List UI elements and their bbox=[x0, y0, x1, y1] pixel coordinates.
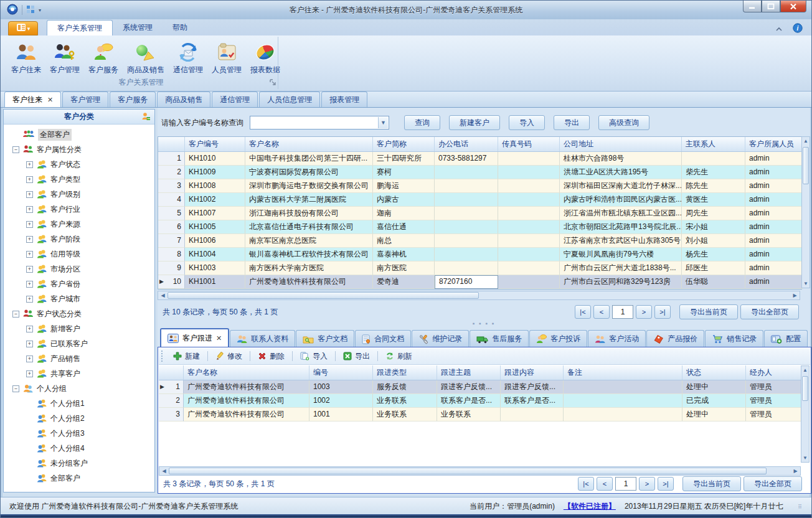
table-row[interactable]: 5KH1007浙江迦南科技股份有限公司迦南浙江省温州市瓯北镇东瓯工业区园...周… bbox=[158, 207, 801, 220]
export-all-pages-button[interactable]: 导出全部页 bbox=[744, 476, 802, 491]
tree-item[interactable]: + 信用等级 bbox=[4, 247, 154, 261]
page-number-input[interactable]: 1 bbox=[615, 477, 636, 491]
tree-item[interactable]: 个人分组3 bbox=[4, 426, 154, 441]
doc-tab-2[interactable]: 客户服务 bbox=[110, 92, 156, 107]
ribbon-item-communication[interactable]: 通信管理 bbox=[170, 39, 206, 77]
toolbar-refresh-button[interactable]: 刷新 bbox=[383, 350, 415, 363]
tree-item[interactable]: + 市场分区 bbox=[4, 261, 154, 276]
dialog-launcher-icon[interactable] bbox=[270, 78, 276, 87]
ribbon-item-customer-service[interactable]: 客户服务 bbox=[85, 39, 121, 77]
resize-grip[interactable]: ⠿ bbox=[798, 504, 803, 510]
last-page-button[interactable]: >| bbox=[658, 477, 674, 491]
column-header[interactable]: 跟进类型 bbox=[373, 365, 437, 380]
ribbon-tab-1[interactable]: 系统管理 bbox=[113, 20, 163, 35]
column-header[interactable]: 客户名称 bbox=[245, 137, 373, 151]
tree-item[interactable]: − 客户属性分类 bbox=[4, 142, 154, 157]
doc-tab-0[interactable]: 客户往来 ✕ bbox=[4, 92, 61, 107]
detail-tab-config[interactable]: 配置 bbox=[764, 330, 808, 347]
detail-tab-follow[interactable]: 客户跟进 ✕ bbox=[160, 328, 229, 347]
tree-item[interactable]: 全部客户 bbox=[4, 471, 154, 486]
toolbar-import-doc-button[interactable]: 导入 bbox=[298, 350, 330, 363]
tree-expander-icon[interactable]: + bbox=[26, 176, 33, 183]
column-header[interactable]: 传真号码 bbox=[498, 137, 560, 151]
tree-expander-icon[interactable]: + bbox=[26, 206, 33, 213]
prev-page-button[interactable]: < bbox=[593, 305, 610, 319]
column-header[interactable]: 客户所属人员 bbox=[745, 137, 803, 151]
doc-tab-4[interactable]: 通信管理 bbox=[212, 92, 258, 107]
ribbon-tab-0[interactable]: 客户关系管理 bbox=[47, 20, 113, 35]
toolbar-edit-button[interactable]: 修改 bbox=[213, 350, 245, 363]
table-row[interactable]: 1KH1010中国电子科技集团公司第三十四研...三十四研究所0733-5881… bbox=[158, 152, 801, 166]
first-page-button[interactable]: |< bbox=[575, 305, 591, 319]
tree-item[interactable]: + 客户城市 bbox=[4, 291, 154, 306]
detail-tab-tag[interactable]: 产品报价 bbox=[646, 330, 704, 347]
table-row[interactable]: ▶1广州爱奇迪软件科技有限公司1003服务反馈跟进客户反馈...跟进客户反馈..… bbox=[159, 380, 801, 394]
license-link[interactable]: 【软件已注册】 bbox=[564, 501, 616, 512]
column-header[interactable]: 客户编号 bbox=[185, 137, 245, 151]
tree-item[interactable]: 全部客户 bbox=[4, 127, 154, 142]
tree-expander-icon[interactable]: + bbox=[26, 370, 33, 377]
person-settings-icon[interactable] bbox=[141, 112, 151, 123]
tree-item[interactable]: − 个人分组 bbox=[4, 381, 154, 396]
page-number-input[interactable]: 1 bbox=[612, 305, 633, 319]
table-row[interactable]: 8KH1004银川嘉泰神机工程软件技术有限公司嘉泰神机宁夏银川凤凰南街79号六楼… bbox=[158, 248, 801, 261]
table-row[interactable]: 2广州爱奇迪软件科技有限公司1002业务联系联系客户是否...联系客户是否...… bbox=[159, 394, 801, 408]
chevron-down-icon[interactable]: ▼ bbox=[378, 117, 388, 128]
tree-expander-icon[interactable]: − bbox=[12, 146, 19, 153]
tree-expander-icon[interactable]: + bbox=[26, 356, 33, 362]
tree-expander-icon[interactable]: + bbox=[26, 251, 33, 258]
ribbon-item-staff[interactable]: 人员管理 bbox=[209, 39, 245, 77]
doc-tab-3[interactable]: 商品及销售 bbox=[157, 92, 210, 107]
export-all-pages-button[interactable]: 导出全部页 bbox=[740, 304, 799, 319]
ribbon-item-report[interactable]: 报表数据 bbox=[247, 39, 283, 77]
detail-tab-maintain[interactable]: 维护记录 bbox=[412, 330, 469, 347]
detail-tab-truck[interactable]: 售后服务 bbox=[470, 330, 529, 347]
tree-item[interactable]: + 客户来源 bbox=[4, 217, 154, 232]
tree-item[interactable]: 个人分组2 bbox=[4, 411, 154, 426]
search-input[interactable]: ▼ bbox=[250, 116, 389, 130]
column-header[interactable]: 备注 bbox=[564, 365, 682, 380]
tree-item[interactable]: + 客户类型 bbox=[4, 172, 154, 187]
detail-tab-folder[interactable]: 客户文档 bbox=[296, 330, 354, 347]
tree-item[interactable]: 个人分组4 bbox=[4, 441, 154, 456]
column-header[interactable]: 跟进主题 bbox=[437, 365, 501, 380]
detail-tab-contacts[interactable]: 联系人资料 bbox=[230, 330, 295, 347]
doc-tab-5[interactable]: 人员信息管理 bbox=[259, 92, 320, 107]
tree-expander-icon[interactable]: + bbox=[26, 161, 33, 168]
tree-expander-icon[interactable]: − bbox=[12, 385, 19, 392]
tree-item[interactable]: + 新增客户 bbox=[4, 321, 154, 336]
tree-expander-icon[interactable]: − bbox=[12, 311, 19, 318]
main-grid-vertical-scrollbar[interactable]: ▲▼ bbox=[801, 136, 810, 288]
detail-tab-activity[interactable]: 客户活动 bbox=[588, 330, 646, 347]
tree-item[interactable]: 个人分组1 bbox=[4, 396, 154, 411]
prev-page-button[interactable]: < bbox=[597, 477, 613, 491]
first-page-button[interactable]: |< bbox=[578, 477, 594, 491]
search-button[interactable]: 查询 bbox=[404, 115, 440, 130]
export-current-page-button[interactable]: 导出当前页 bbox=[682, 476, 741, 491]
tree-item[interactable]: + 已联系客户 bbox=[4, 336, 154, 351]
close-tab-icon[interactable]: ✕ bbox=[216, 334, 222, 342]
doc-tab-1[interactable]: 客户管理 bbox=[62, 92, 108, 107]
column-header[interactable]: 主联系人 bbox=[682, 137, 745, 151]
help-icon[interactable]: i bbox=[793, 23, 803, 35]
ribbon-item-goods-sales[interactable]: 商品及销售 bbox=[124, 39, 168, 77]
ribbon-tab-2[interactable]: 帮助 bbox=[163, 20, 197, 35]
column-header[interactable]: 状态 bbox=[682, 365, 746, 380]
splitter-handle[interactable]: ▪ ▪ ▪ ▪ bbox=[158, 320, 810, 327]
new-customer-button[interactable]: 新建客户 bbox=[449, 115, 500, 130]
tree-item[interactable]: + 客户状态 bbox=[4, 157, 154, 172]
table-row[interactable]: 2KH1009宁波赛柯国际贸易有限公司赛柯洪塘工业A区洪大路195号柴先生adm… bbox=[158, 166, 801, 179]
last-page-button[interactable]: >| bbox=[654, 305, 671, 319]
export-current-page-button[interactable]: 导出当前页 bbox=[679, 304, 738, 319]
tree-expander-icon[interactable]: + bbox=[26, 326, 33, 332]
tree-item[interactable]: 未分组客户 bbox=[4, 456, 154, 471]
tree-expander-icon[interactable]: + bbox=[26, 281, 33, 288]
import-button[interactable]: 导入 bbox=[509, 115, 545, 130]
tree-expander-icon[interactable]: + bbox=[26, 296, 33, 303]
toolbar-delete-button[interactable]: 删除 bbox=[255, 350, 287, 363]
table-row[interactable]: 6KH1005北京嘉信仕通电子科技有限公司嘉信仕通北京市朝阳区北苑路甲13号院北… bbox=[158, 220, 801, 234]
tree-expander-icon[interactable]: + bbox=[26, 221, 33, 228]
tree-expander-icon[interactable]: + bbox=[26, 341, 33, 347]
application-menu-button[interactable]: ▾ bbox=[8, 21, 38, 35]
column-header[interactable]: 客户名称 bbox=[184, 365, 309, 380]
